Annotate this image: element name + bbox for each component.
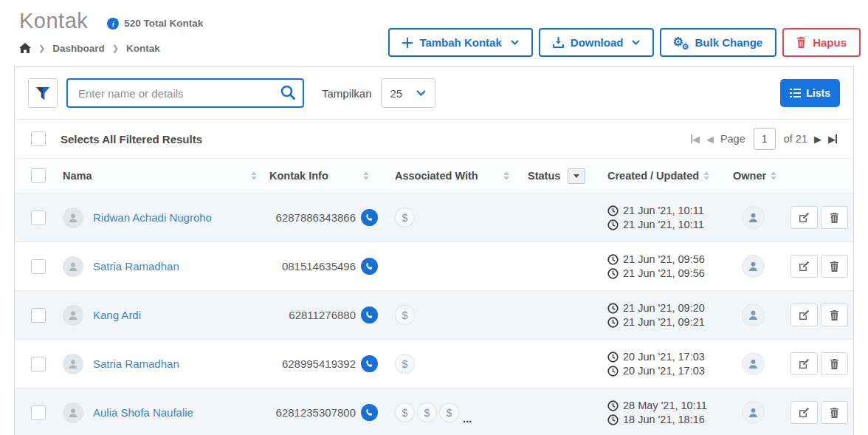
deal-association-icon[interactable]: $ <box>395 208 415 227</box>
gears-icon: ⚙ ⚙ <box>674 36 688 49</box>
sort-icon[interactable] <box>703 171 709 180</box>
info-icon: i <box>107 18 119 30</box>
edit-button[interactable] <box>790 255 818 278</box>
deal-association-icon[interactable]: $ <box>439 403 459 422</box>
column-header-owner[interactable]: Owner <box>729 159 787 193</box>
phone-icon[interactable] <box>361 404 378 421</box>
associated-with-cell: $ <box>391 193 524 242</box>
sort-icon[interactable] <box>771 171 776 180</box>
contact-name-link[interactable]: Satria Ramadhan <box>93 357 179 370</box>
owner-avatar-icon[interactable] <box>742 401 765 424</box>
sort-icon[interactable] <box>251 171 257 180</box>
add-contact-button[interactable]: Tambah Kontak <box>388 28 532 57</box>
created-date: 20 Jun '21, 17:03 <box>607 351 705 363</box>
contact-name-link[interactable]: Kang Ardi <box>93 309 141 321</box>
created-date: 21 Jun '21, 10:11 <box>607 205 704 216</box>
edit-button[interactable] <box>790 352 818 375</box>
owner-avatar-icon[interactable] <box>742 255 765 278</box>
deal-association-icon[interactable]: $ <box>395 354 415 374</box>
created-date: 21 Jun '21, 09:56 <box>607 253 705 265</box>
page-header: Kontak i 520 Total Kontak ❯ Dashboard ❯ … <box>0 0 868 66</box>
trash-icon <box>796 37 806 48</box>
updated-date: 21 Jun '21, 10:11 <box>607 219 704 230</box>
breadcrumb-dashboard[interactable]: Dashboard <box>52 43 105 54</box>
deal-association-icon[interactable]: $ <box>417 403 437 422</box>
edit-button[interactable] <box>790 206 818 229</box>
owner-avatar-icon[interactable] <box>742 304 765 326</box>
column-header-created-updated[interactable]: Created / Updated <box>604 159 729 193</box>
row-checkbox[interactable] <box>31 357 46 371</box>
home-icon[interactable] <box>19 43 31 54</box>
search-box <box>66 78 304 108</box>
delete-row-button[interactable] <box>821 206 848 229</box>
per-page-select[interactable]: 25 <box>381 78 435 108</box>
select-page-checkbox[interactable] <box>31 168 46 183</box>
owner-avatar-icon[interactable] <box>742 206 765 229</box>
sort-icon[interactable] <box>363 171 369 180</box>
pagination: ◀ ◀ Page of 21 ▶ ▶ <box>691 128 837 150</box>
column-header-contact-info[interactable]: Kontak Info <box>266 159 391 193</box>
contact-name-link[interactable]: Ridwan Achadi Nugroho <box>93 211 212 224</box>
select-all-label: Selects All Filtered Results <box>61 133 202 145</box>
phone-number: 081514635496 <box>282 260 356 273</box>
deal-association-icon[interactable]: $ <box>395 305 415 325</box>
phone-number: 6281235307800 <box>276 406 356 419</box>
last-page-icon[interactable]: ▶ <box>828 134 837 144</box>
owner-avatar-icon[interactable] <box>742 352 765 375</box>
created-date: 21 Jun '21, 09:20 <box>607 302 705 314</box>
column-header-associated-with[interactable]: Associated With <box>391 159 524 193</box>
first-page-icon[interactable]: ◀ <box>691 134 700 144</box>
sort-icon[interactable] <box>503 171 509 180</box>
delete-label: Hapus <box>813 36 847 49</box>
status-cell <box>524 291 604 339</box>
phone-icon[interactable] <box>361 209 378 226</box>
delete-row-button[interactable] <box>821 304 848 326</box>
edit-button[interactable] <box>790 401 818 424</box>
bulk-change-button[interactable]: ⚙ ⚙ Bulk Change <box>660 28 776 57</box>
table-body: Ridwan Achadi Nugroho 6287886343866 $ 21… <box>15 193 853 435</box>
page-count-label: of 21 <box>784 133 807 145</box>
contact-avatar-icon <box>63 256 83 277</box>
deal-association-icon[interactable]: $ <box>395 403 415 422</box>
delete-row-button[interactable] <box>821 255 848 278</box>
table-header: Nama Kontak Info Associated With Status … <box>15 159 853 193</box>
phone-number: 6287886343866 <box>276 211 356 224</box>
more-associations-indicator[interactable]: ... <box>463 412 472 425</box>
delete-row-button[interactable] <box>821 401 848 424</box>
delete-button[interactable]: Hapus <box>782 28 861 57</box>
row-checkbox[interactable] <box>31 405 46 420</box>
row-checkbox[interactable] <box>31 308 46 323</box>
phone-icon[interactable] <box>361 306 378 323</box>
total-contacts-count: 520 Total Kontak <box>124 18 203 29</box>
page-number-input[interactable] <box>754 128 776 150</box>
column-header-status[interactable]: Status <box>524 159 604 193</box>
status-filter-dropdown-icon[interactable] <box>568 168 585 184</box>
search-input[interactable] <box>66 78 304 108</box>
table-row: Satria Ramadhan 628995419392 $ 20 Jun '2… <box>15 340 853 388</box>
row-checkbox[interactable] <box>31 259 46 274</box>
contact-name-link[interactable]: Aulia Shofa Naufalie <box>93 406 193 419</box>
phone-icon[interactable] <box>361 355 378 372</box>
delete-row-button[interactable] <box>821 352 848 375</box>
status-cell <box>524 242 604 290</box>
filter-icon[interactable] <box>28 78 58 108</box>
select-all-checkbox[interactable] <box>31 131 46 146</box>
next-page-icon[interactable]: ▶ <box>814 134 822 144</box>
per-page-value: 25 <box>390 87 403 100</box>
bulk-change-label: Bulk Change <box>695 36 762 49</box>
phone-number: 62811276880 <box>289 309 356 321</box>
lists-button[interactable]: Lists <box>780 79 840 107</box>
lists-label: Lists <box>806 87 830 99</box>
list-icon <box>790 89 801 97</box>
phone-icon[interactable] <box>361 258 378 275</box>
edit-button[interactable] <box>790 304 818 326</box>
updated-date: 18 Jun '21, 18:16 <box>607 414 707 425</box>
column-header-name[interactable]: Nama <box>49 159 266 193</box>
contact-name-link[interactable]: Satria Ramadhan <box>93 260 179 273</box>
download-button[interactable]: Download <box>539 28 655 57</box>
breadcrumb-kontak[interactable]: Kontak <box>126 43 160 54</box>
previous-page-icon[interactable]: ◀ <box>706 134 714 144</box>
phone-number: 628995419392 <box>282 357 356 370</box>
row-checkbox[interactable] <box>31 210 46 225</box>
search-icon[interactable] <box>280 85 296 100</box>
